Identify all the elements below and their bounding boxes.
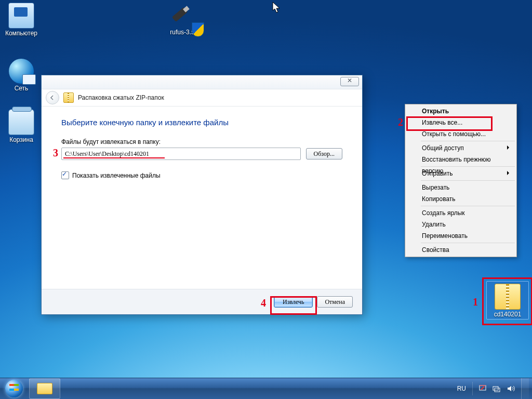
network-icon — [9, 59, 34, 84]
zip-folder-icon — [495, 284, 521, 310]
mouse-cursor-icon — [272, 2, 281, 13]
taskbar-explorer-button[interactable] — [29, 378, 60, 399]
ctx-create-shortcut[interactable]: Создать ярлык — [406, 207, 515, 219]
ctx-rename[interactable]: Переименовать — [406, 230, 515, 242]
desktop-icon-network[interactable]: Сеть — [2, 59, 41, 92]
taskbar: RU — [0, 378, 532, 399]
volume-tray-icon[interactable] — [507, 385, 515, 392]
show-extracted-checkbox[interactable] — [61, 171, 69, 179]
desktop-icon-recycle-bin[interactable]: Корзина — [2, 109, 41, 143]
ctx-send-to[interactable]: Отправить — [406, 168, 515, 179]
ctx-restore-version[interactable]: Восстановить прежнюю версию — [406, 154, 515, 165]
annotation-number-1: 1 — [473, 296, 478, 308]
show-extracted-label: Показать извлеченные файлы — [72, 172, 161, 179]
action-center-icon[interactable] — [479, 385, 486, 392]
desktop-icon-rufus[interactable]: rufus-3.5 — [163, 3, 202, 36]
folder-icon — [37, 383, 52, 394]
ctx-open-with[interactable]: Открыть с помощью... — [406, 128, 515, 140]
windows-orb-icon — [5, 380, 23, 397]
wizard-heading: Выберите конечную папку и извлеките файл… — [61, 118, 342, 127]
ctx-cut[interactable]: Вырезать — [406, 182, 515, 193]
ctx-open[interactable]: Открыть — [406, 105, 515, 117]
back-button[interactable] — [46, 91, 59, 104]
ctx-share[interactable]: Общий доступ — [406, 142, 515, 154]
extract-wizard-window: ✕ Распаковка сжатых ZIP-папок Выберите к… — [41, 75, 363, 315]
desktop-icon-label: Корзина — [2, 136, 41, 143]
submenu-arrow-icon — [507, 145, 511, 150]
network-tray-icon[interactable] — [493, 385, 501, 392]
language-indicator[interactable]: RU — [457, 385, 466, 392]
browse-button[interactable]: Обзор... — [306, 148, 342, 159]
show-desktop-button[interactable] — [521, 378, 529, 399]
desktop-icon-label: cd140201 — [488, 311, 527, 318]
start-button[interactable] — [0, 378, 28, 399]
cancel-button[interactable]: Отмена — [317, 296, 353, 308]
destination-label: Файлы будут извлекаться в папку: — [61, 138, 342, 145]
extract-button[interactable]: Извлечь — [274, 296, 313, 308]
wizard-footer: Извлечь Отмена — [42, 289, 362, 314]
context-menu: Открыть Извлечь все... Открыть с помощью… — [405, 104, 517, 257]
system-tray: RU — [451, 378, 532, 399]
close-icon: ✕ — [347, 77, 352, 84]
arrow-left-icon — [49, 95, 56, 101]
annotation-number-2: 2 — [398, 116, 403, 128]
uac-shield-icon — [192, 22, 204, 37]
destination-path-input[interactable] — [61, 148, 301, 160]
submenu-arrow-icon — [507, 171, 511, 175]
wizard-title: Распаковка сжатых ZIP-папок — [78, 94, 164, 101]
computer-icon — [8, 3, 34, 29]
desktop-icon-zip-cd140201[interactable]: cd140201 — [486, 281, 529, 320]
desktop-icon-computer[interactable]: Компьютер — [2, 3, 41, 37]
desktop-icon-label: Компьютер — [2, 30, 41, 37]
desktop-icon-label: Сеть — [2, 85, 41, 92]
recycle-bin-icon — [8, 109, 34, 135]
ctx-properties[interactable]: Свойства — [406, 244, 515, 256]
wizard-header: Распаковка сжатых ZIP-папок — [42, 89, 362, 107]
ctx-delete[interactable]: Удалить — [406, 219, 515, 230]
tray-separator — [472, 382, 473, 395]
window-close-button[interactable]: ✕ — [340, 77, 359, 86]
window-titlebar[interactable]: ✕ — [42, 75, 362, 89]
ctx-extract-all[interactable]: Извлечь все... — [406, 117, 515, 128]
zip-folder-icon — [63, 92, 74, 103]
ctx-copy[interactable]: Копировать — [406, 193, 515, 205]
